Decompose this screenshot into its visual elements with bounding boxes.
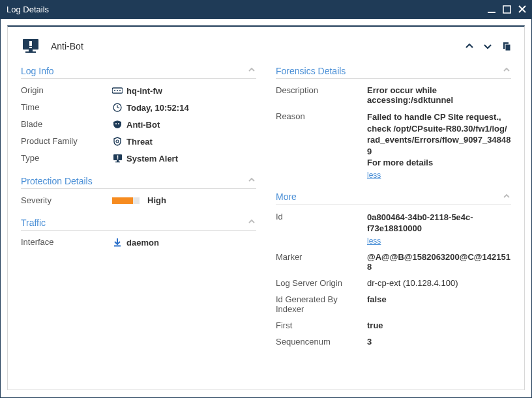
right-column: Forensics Details Description Error occu…	[276, 65, 511, 383]
clock-icon	[112, 102, 123, 113]
section-forensics: Forensics Details Description Error occu…	[276, 65, 511, 180]
chevron-up-icon	[247, 175, 256, 184]
field-label: Description	[276, 85, 367, 95]
row-description: Description Error occur while accessing:…	[276, 85, 511, 105]
description-text: Error occur while accessing:/sdktunnel	[367, 85, 511, 105]
field-value: Error occur while accessing:/sdktunnel	[367, 85, 511, 105]
chevron-up-icon	[247, 65, 256, 74]
interface-text: daemon	[126, 238, 159, 248]
row-severity: Severity High	[21, 195, 256, 205]
blade-text: Anti-Bot	[126, 120, 160, 130]
row-time: Time Today, 10:52:14	[21, 102, 256, 113]
next-log-button[interactable]	[482, 41, 493, 51]
reason-line: rad_events/Errors/flow_9097_348489	[367, 134, 511, 157]
severity-bar	[112, 197, 140, 204]
collapse-traffic-button[interactable]	[247, 217, 256, 228]
collapse-more-button[interactable]	[502, 192, 511, 203]
chevron-up-icon	[502, 65, 511, 74]
left-column: Log Info Origin hq-int-fw	[21, 65, 256, 383]
id-line: 0a800464-34b0-2118-5e4c-	[367, 212, 511, 223]
window-controls	[487, 5, 527, 14]
more-less-link[interactable]: less	[367, 236, 511, 246]
prev-log-button[interactable]	[464, 41, 475, 51]
severity-text: High	[147, 195, 166, 205]
copy-icon	[501, 41, 511, 51]
card-header: Anti-Bot	[21, 36, 511, 65]
section-title: Log Info	[21, 66, 54, 76]
window-title: Log Details	[7, 5, 49, 14]
download-icon	[112, 237, 123, 248]
shield-icon	[112, 119, 123, 130]
svg-point-19	[118, 123, 119, 124]
field-value: 0a800464-34b0-2118-5e4c- f73e18810000 le…	[367, 212, 511, 246]
section-more: More Id 0a800464-34b0-2118-5e4c- f73e188…	[276, 192, 511, 347]
field-label: Product Family	[21, 136, 112, 146]
forensics-less-link[interactable]: less	[367, 171, 511, 180]
row-first: First true	[276, 320, 511, 330]
minimize-button[interactable]	[487, 5, 496, 14]
field-label: Time	[21, 102, 112, 112]
id-text: 0a800464-34b0-2118-5e4c- f73e18810000	[367, 212, 511, 235]
reason-line: check /opt/CPsuite-R80.30/fw1/log/	[367, 123, 511, 135]
svg-rect-7	[29, 41, 32, 46]
section-header-more: More	[276, 192, 511, 205]
pf-text: Threat	[126, 137, 153, 147]
field-label: First	[276, 320, 367, 330]
field-value: false	[367, 294, 511, 304]
anti-bot-big-icon	[21, 36, 40, 56]
field-label: Sequencenum	[276, 337, 367, 347]
marker-text: @A@@B@1582063200@C@1421518	[367, 252, 511, 272]
section-log-info: Log Info Origin hq-int-fw	[21, 65, 256, 163]
field-value: true	[367, 320, 511, 330]
close-icon	[518, 5, 527, 14]
first-text: true	[367, 320, 383, 330]
row-idx: Id Generated By Indexer false	[276, 294, 511, 314]
row-origin: Origin hq-int-fw	[21, 85, 256, 96]
collapse-protection-button[interactable]	[247, 175, 256, 186]
maximize-button[interactable]	[503, 5, 511, 14]
collapse-forensics-button[interactable]	[502, 65, 511, 76]
row-marker: Marker @A@@B@1582063200@C@1421518	[276, 252, 511, 272]
row-lso: Log Server Origin dr-cp-ext (10.128.4.10…	[276, 278, 511, 288]
row-reason: Reason Failed to handle CP Site request.…	[276, 111, 511, 180]
svg-rect-0	[488, 12, 495, 13]
chevron-up-icon	[247, 217, 256, 226]
section-header-forensics: Forensics Details	[276, 65, 511, 79]
content-columns: Log Info Origin hq-int-fw	[21, 65, 511, 383]
field-value: Today, 10:52:14	[112, 102, 256, 113]
svg-rect-23	[115, 162, 120, 162]
minimize-icon	[487, 5, 496, 14]
row-id: Id 0a800464-34b0-2118-5e4c- f73e18810000…	[276, 212, 511, 246]
svg-rect-1	[503, 6, 510, 13]
row-product-family: Product Family Threat	[21, 136, 256, 147]
field-label: Id	[276, 212, 367, 221]
collapse-log-info-button[interactable]	[247, 65, 256, 76]
card-title: Anti-Bot	[51, 41, 83, 51]
svg-rect-5	[29, 50, 33, 51]
reason-text: Failed to handle CP Site request., check…	[367, 111, 511, 169]
svg-rect-6	[25, 51, 36, 53]
copy-button[interactable]	[501, 41, 511, 51]
field-value: Anti-Bot	[112, 119, 256, 130]
section-title: Traffic	[21, 218, 46, 228]
section-title: More	[276, 192, 297, 202]
severity-fill	[112, 197, 133, 204]
idx-text: false	[367, 294, 387, 304]
chevron-down-icon	[482, 41, 493, 51]
row-type: Type System Alert	[21, 153, 256, 163]
monitor-alert-icon	[112, 153, 123, 163]
svg-point-14	[119, 90, 121, 91]
origin-text: hq-int-fw	[126, 86, 162, 96]
close-button[interactable]	[518, 5, 527, 14]
section-header-protection: Protection Details	[21, 175, 256, 189]
log-card: Anti-Bot Log Info	[7, 25, 525, 390]
svg-rect-8	[29, 47, 32, 48]
seq-text: 3	[367, 337, 372, 347]
field-value: dr-cp-ext (10.128.4.100)	[367, 278, 511, 288]
id-line: f73e18810000	[367, 223, 511, 235]
svg-line-17	[117, 107, 119, 108]
field-value: Threat	[112, 136, 256, 147]
type-text: System Alert	[126, 154, 178, 163]
card-header-left: Anti-Bot	[21, 36, 83, 56]
field-label: Origin	[21, 85, 112, 95]
